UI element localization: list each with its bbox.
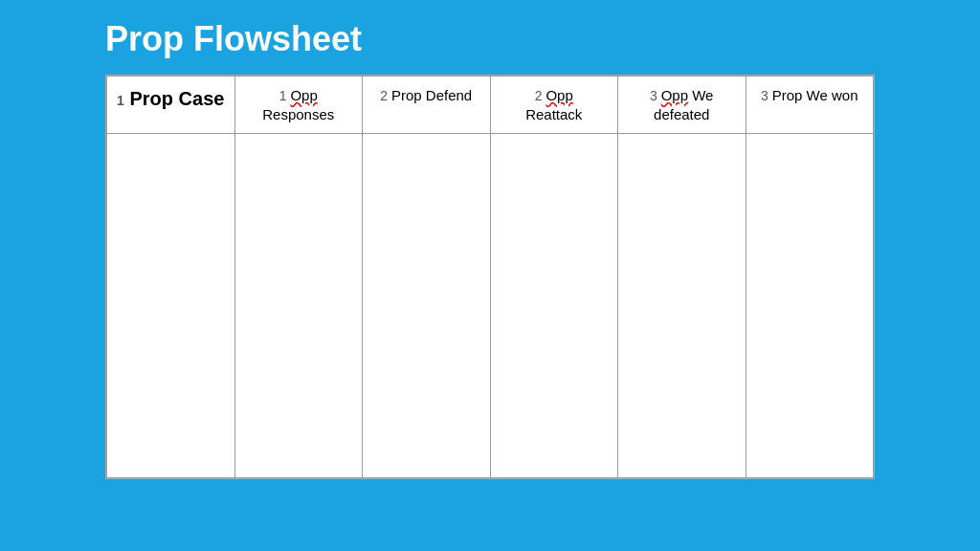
col6-label: Prop We won [772, 87, 858, 103]
col4-label-rest: Reattack [525, 106, 582, 122]
cell-4 [490, 134, 618, 478]
col2-number: 1 [279, 88, 291, 103]
cell-1 [107, 134, 235, 478]
cell-6 [746, 134, 874, 478]
col6-number: 3 [761, 88, 772, 103]
col-header-1: 1 Prop Case [107, 77, 235, 134]
col-header-5: 3 Opp Wedefeated [618, 77, 746, 134]
page-title: Prop Flowsheet [0, 0, 980, 75]
col3-number: 2 [380, 88, 391, 103]
table-body-row [107, 134, 874, 478]
col-header-3: 2 Prop Defend [363, 77, 491, 134]
col1-label: Prop Case [129, 88, 224, 109]
col4-number: 2 [535, 88, 546, 103]
flowsheet-table: 1 Prop Case 1 OppResponses 2 Prop Defend… [106, 76, 874, 478]
cell-2 [234, 134, 363, 478]
col2-label-opp: Opp [290, 87, 317, 103]
col-header-2: 1 OppResponses [234, 77, 363, 134]
cell-3 [363, 134, 491, 478]
page-wrapper: Prop Flowsheet 1 Prop Case 1 OppResponse… [0, 0, 980, 479]
col1-number: 1 [117, 93, 124, 108]
col3-label: Prop Defend [391, 87, 472, 103]
col-header-4: 2 OppReattack [490, 77, 618, 134]
flowsheet-table-container: 1 Prop Case 1 OppResponses 2 Prop Defend… [105, 75, 875, 479]
table-header-row: 1 Prop Case 1 OppResponses 2 Prop Defend… [107, 77, 874, 134]
col5-label-opp: Opp [661, 87, 688, 103]
col5-number: 3 [650, 88, 661, 103]
col2-label-rest: Responses [262, 106, 334, 122]
col4-label-opp: Opp [546, 87, 572, 103]
col-header-6: 3 Prop We won [746, 77, 874, 134]
cell-5 [618, 134, 746, 478]
